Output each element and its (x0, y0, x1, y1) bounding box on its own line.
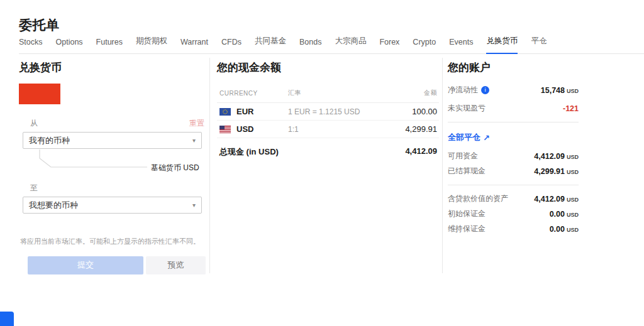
settled-cash-unit: USD (567, 169, 579, 175)
preview-button[interactable]: 预览 (146, 256, 206, 274)
settled-cash-row: 已结算现金 4,299.91USD (448, 166, 579, 177)
cash-balance-title: 您的现金余额 (217, 60, 439, 75)
maintenance-margin-label: 维持保证金 (448, 224, 486, 234)
exchange-title: 兑换货币 (19, 60, 206, 75)
tab-warrant[interactable]: Warrant (180, 38, 208, 54)
tab-stocks[interactable]: Stocks (19, 38, 43, 54)
external-arrow-icon: ↗ (483, 133, 490, 143)
currency-code: EUR (236, 107, 288, 116)
base-currency-label: 基础货币 USD (151, 163, 199, 173)
tab-cfds[interactable]: CFDs (221, 38, 242, 54)
available-funds-value: 4,412.09USD (534, 152, 579, 161)
page-title: 委托单 (19, 16, 60, 34)
from-currency-value: 我有的币种 (29, 135, 70, 146)
initial-margin-number: 0.00 (550, 210, 565, 219)
conversion-path: 基础货币 USD (23, 149, 206, 183)
col-amount: 金额 (424, 89, 437, 97)
from-currency-select[interactable]: 我有的币种 ▾ (23, 132, 202, 149)
cash-row-usd: USD 1:1 4,299.91 (217, 121, 439, 138)
total-cash-row: 总现金 (in USD) 4,412.09 (217, 146, 439, 158)
cash-table-header: CURRENCY 汇率 金额 (217, 89, 439, 103)
to-currency-value: 我想要的币种 (29, 200, 78, 211)
initial-margin-row: 初始保证金 0.00USD (448, 209, 579, 219)
settled-cash-number: 4,299.91 (534, 167, 565, 176)
instrument-placeholder-block (19, 84, 60, 104)
tab-forex[interactable]: Forex (379, 38, 399, 54)
unrealized-pnl-row: 未实现盈亏 -121 (448, 103, 579, 114)
initial-margin-unit: USD (567, 212, 579, 218)
from-label: 从 (30, 118, 38, 129)
col-rate: 汇率 (288, 89, 424, 97)
equity-with-loan-number: 4,412.09 (534, 195, 565, 204)
total-cash-amount: 4,412.09 (405, 146, 437, 158)
net-liquidity-unit: USD (567, 88, 579, 94)
available-funds-row: 可用资金 4,412.09USD (448, 151, 579, 161)
available-funds-label: 可用资金 (448, 151, 478, 161)
equity-with-loan-unit: USD (567, 197, 579, 203)
tab-currency-exchange[interactable]: 兑换货币 (486, 36, 518, 54)
info-icon[interactable]: i (481, 86, 489, 94)
net-liquidity-number: 15,748 (541, 86, 565, 95)
col-currency: CURRENCY (219, 90, 288, 97)
maintenance-margin-value: 0.00USD (550, 225, 579, 234)
initial-margin-label: 初始保证金 (448, 209, 486, 219)
tab-close-position[interactable]: 平仓 (531, 36, 547, 54)
tabs: Stocks Options Futures 期货期权 Warrant CFDs… (19, 36, 644, 53)
currency-rate: 1 EUR = 1.1215 USD (288, 107, 412, 116)
chevron-down-icon: ▾ (192, 137, 196, 144)
net-liquidity-value: 15,748USD (541, 86, 579, 95)
chevron-down-icon: ▾ (192, 202, 196, 209)
order-type-tabbar: Stocks Options Futures 期货期权 Warrant CFDs… (19, 36, 644, 54)
cash-row-eur: EUR 1 EUR = 1.1215 USD 100.00 (217, 103, 439, 121)
submit-button[interactable]: 提交 (28, 256, 143, 274)
tab-futures[interactable]: Futures (96, 38, 123, 54)
tab-bonds[interactable]: Bonds (299, 38, 321, 54)
close-all-positions-link[interactable]: 全部平仓 ↗ (448, 132, 490, 143)
account-divider (448, 185, 579, 185)
unrealized-pnl-value: -121 (563, 104, 579, 113)
available-funds-unit: USD (567, 154, 579, 160)
account-panel: 您的账户 净流动性 i 15,748USD 未实现盈亏 -121 全部平仓 ↗ … (448, 58, 579, 234)
settled-cash-label: 已结算现金 (448, 166, 486, 177)
maintenance-margin-number: 0.00 (550, 225, 565, 234)
currency-rate: 1:1 (288, 125, 405, 134)
initial-margin-value: 0.00USD (550, 210, 579, 219)
equity-with-loan-label: 含贷款价值的资产 (448, 193, 508, 204)
available-funds-number: 4,412.09 (534, 152, 565, 161)
eu-flag-icon (219, 108, 231, 116)
net-liquidity-row: 净流动性 i 15,748USD (448, 85, 579, 95)
close-all-text: 全部平仓 (448, 132, 480, 143)
total-cash-label: 总现金 (in USD) (219, 146, 279, 158)
account-divider (448, 122, 579, 122)
maintenance-margin-row: 维持保证金 0.00USD (448, 224, 579, 234)
chat-widget-button[interactable] (0, 312, 14, 326)
currency-amount: 4,299.91 (405, 124, 437, 134)
cash-balance-panel: 您的现金余额 CURRENCY 汇率 金额 EUR 1 EUR = 1.1215… (217, 58, 439, 158)
currency-code: USD (236, 124, 288, 134)
net-liquidity-text: 净流动性 (448, 85, 478, 95)
column-divider-left (209, 58, 210, 273)
tab-futures-options[interactable]: 期货期权 (136, 36, 167, 54)
currency-amount: 100.00 (412, 107, 437, 116)
equity-with-loan-value: 4,412.09USD (534, 195, 579, 204)
reset-link[interactable]: 重置 (189, 118, 204, 129)
to-currency-select[interactable]: 我想要的币种 ▾ (23, 197, 202, 214)
tab-crypto[interactable]: Crypto (413, 38, 436, 54)
exchange-rate-note: 将应用当前市场汇率。可能和上方显示的指示性汇率不同。 (20, 236, 206, 247)
settled-cash-value: 4,299.91USD (534, 167, 579, 176)
account-title: 您的账户 (448, 60, 579, 75)
unrealized-pnl-label: 未实现盈亏 (448, 103, 486, 114)
tab-commodities[interactable]: 大宗商品 (335, 36, 366, 54)
column-divider-right (442, 58, 443, 273)
equity-with-loan-row: 含贷款价值的资产 4,412.09USD (448, 193, 579, 204)
to-label: 至 (30, 183, 206, 193)
net-liquidity-label: 净流动性 i (448, 85, 489, 95)
maintenance-margin-unit: USD (567, 227, 579, 233)
us-flag-icon (219, 126, 231, 133)
tab-options[interactable]: Options (56, 38, 83, 54)
tab-events[interactable]: Events (449, 38, 473, 54)
currency-exchange-panel: 兑换货币 从 重置 我有的币种 ▾ 基础货币 USD 至 我想要的币种 ▾ 将应… (19, 58, 206, 274)
tab-mutual-funds[interactable]: 共同基金 (255, 36, 286, 54)
